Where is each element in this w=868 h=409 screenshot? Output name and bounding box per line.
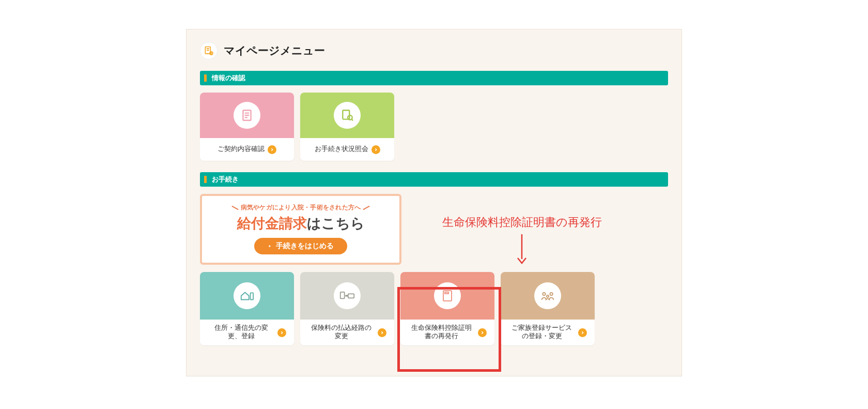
chevron-right-icon [378,328,386,337]
chevron-right-icon [268,145,276,154]
section-bar-proc: お手続き [200,172,668,187]
house-phone-icon [234,282,260,309]
card-status-bottom: お手続き状況照会 [300,138,394,161]
section-label-info: 情報の確認 [212,73,245,83]
card-contract-confirm[interactable]: ご契約内容確認 [200,93,294,161]
section-label-proc: お手続き [212,175,239,184]
section-marker-icon [204,176,207,183]
svg-rect-6 [340,292,345,298]
svg-rect-11 [445,292,448,294]
svg-rect-7 [348,294,354,298]
arrow-down-icon [516,233,528,264]
document-search-icon [334,102,361,129]
card-payment-label: 保険料の払込経路の変更 [308,324,375,340]
card-family-top [501,272,595,320]
card-cert-label: 生命保険料控除証明書の再発行 [409,324,475,340]
card-payment-route[interactable]: 保険料の払込経路の変更 [300,272,394,345]
section-marker-icon [204,74,207,82]
mypage-panel: マイページメニュー 情報の確認 ご契約内容確認 [186,29,682,376]
svg-point-13 [550,293,552,295]
annotation-callout: 生命保険料控除証明書の再発行 [429,215,615,264]
card-family-label: ご家族登録サービスの登録・変更 [509,324,575,340]
annotation-text: 生命保険料控除証明書の再発行 [442,216,602,229]
document-icon [234,102,260,129]
banner-tagline: 病気やケガにより入院・手術をされた方へ [231,203,370,212]
card-family-register[interactable]: ご家族登録サービスの登録・変更 [501,272,595,345]
card-certificate-reissue[interactable]: 生命保険料控除証明書の再発行 [400,272,494,345]
banner-button-label: 手続きをはじめる [276,241,334,251]
card-contract-bottom: ご契約内容確認 [200,138,294,161]
chevron-right-icon [578,328,587,337]
card-address-change[interactable]: 住所・通信先の変更、登録 [200,272,294,345]
svg-rect-5 [251,293,254,299]
certificate-icon [434,282,461,309]
banner-accent: 給付金請求 [237,216,307,231]
chevron-right-icon [478,328,487,337]
card-address-bottom: 住所・通信先の変更、登録 [200,320,294,345]
svg-point-9 [347,295,348,296]
card-status-inquiry[interactable]: お手続き状況照会 [300,93,394,161]
chevron-right-icon [277,328,286,337]
card-contract-label: ご契約内容確認 [218,145,265,154]
card-address-top [200,272,294,320]
card-status-top [300,93,394,138]
banner-rest: はこちら [307,216,365,231]
section-bar-info: 情報の確認 [200,71,668,85]
page-title-row: マイページメニュー [200,42,668,59]
page-title: マイページメニュー [224,43,325,58]
svg-rect-3 [343,110,349,119]
card-payment-top [300,272,394,320]
card-cert-top [400,272,494,320]
card-cert-bottom: 生命保険料控除証明書の再発行 [400,320,494,345]
page-title-icon [200,42,218,59]
family-icon [534,282,561,309]
card-status-label: お手続き状況照会 [315,145,368,154]
start-procedure-button[interactable]: 手続きをはじめる [254,238,347,254]
play-icon [268,244,272,249]
benefit-claim-banner: 病気やケガにより入院・手術をされた方へ 給付金請求はこちら 手続きをはじめる [200,194,401,265]
svg-point-14 [547,295,549,297]
svg-point-12 [542,293,545,295]
card-address-label: 住所・通信先の変更、登録 [208,324,274,340]
card-payment-bottom: 保険料の払込経路の変更 [300,320,394,345]
card-family-bottom: ご家族登録サービスの登録・変更 [501,320,595,345]
bank-card-icon [334,282,361,309]
banner-headline: 給付金請求はこちら [237,214,365,233]
proc-cards-row: 住所・通信先の変更、登録 保険料の払込経路の変更 [200,272,668,345]
info-cards-row: ご契約内容確認 お手続き状況照会 [200,93,668,161]
chevron-right-icon [371,145,380,154]
card-contract-top [200,93,294,138]
